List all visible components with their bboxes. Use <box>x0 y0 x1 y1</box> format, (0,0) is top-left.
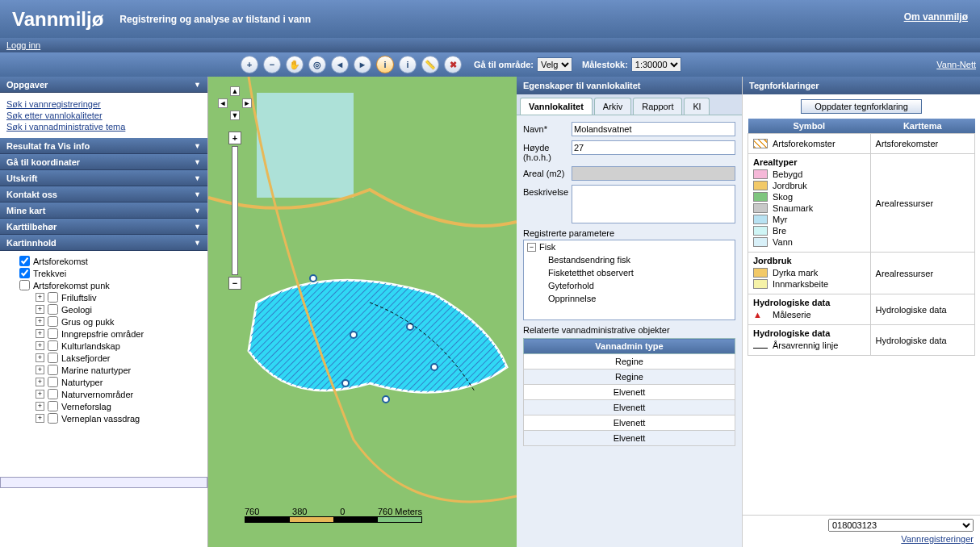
expand-icon[interactable]: + <box>36 378 44 386</box>
table-row[interactable]: Elvenett <box>524 431 735 446</box>
tab-kl[interactable]: Kl <box>684 98 710 115</box>
height-label: Høyde (h.o.h.) <box>523 140 572 162</box>
expand-icon[interactable]: + <box>36 305 44 314</box>
tree-item[interactable]: Artsforekomst punk <box>19 280 204 290</box>
identify-icon[interactable]: i <box>399 56 417 73</box>
expand-icon[interactable]: + <box>36 414 44 423</box>
expand-icon[interactable]: + <box>36 329 44 338</box>
pan-west-icon[interactable]: ◄ <box>218 98 228 108</box>
forward-icon[interactable]: ► <box>354 56 371 73</box>
table-row[interactable]: Elvenett <box>524 415 735 431</box>
panel-header[interactable]: Kontakt oss▼ <box>0 186 207 203</box>
code-select[interactable]: 018003123 <box>828 519 974 532</box>
tree-item[interactable]: +Inngrepsfrie områder <box>36 328 204 339</box>
svg-point-6 <box>431 364 438 370</box>
expand-icon[interactable]: + <box>36 293 44 302</box>
task-link[interactable]: Søk etter vannlokaliteter <box>6 111 201 120</box>
tree-item[interactable]: Artsforekomst <box>19 256 204 266</box>
vannregistreringer-link[interactable]: Vannregistreringer <box>749 534 974 544</box>
tree-item[interactable]: +Kulturlandskap <box>36 340 204 351</box>
map-canvas[interactable]: ▲ ▼ ◄ ► + − 760 380 0 760 Meters <box>208 77 517 547</box>
tab-arkiv[interactable]: Arkiv <box>594 98 631 115</box>
param-group[interactable]: −Fisk <box>524 240 735 253</box>
pan-icon[interactable]: ✋ <box>286 56 304 73</box>
expand-icon[interactable]: + <box>36 353 44 362</box>
zoom-in-icon[interactable]: + <box>241 56 258 73</box>
layer-tree[interactable]: Artsforekomst Trekkvei Artsforekomst pun… <box>0 251 207 477</box>
tree-item[interactable]: +Laksefjorder <box>36 353 204 363</box>
legend-item: Myr <box>753 215 865 224</box>
param-item[interactable]: Bestandsendring fisk <box>524 253 735 266</box>
table-row[interactable]: Elvenett <box>524 385 735 400</box>
scale-bar: 760 380 0 760 Meters <box>245 507 422 523</box>
tab-rapport[interactable]: Rapport <box>633 98 682 115</box>
zoom-extent-icon[interactable]: ◎ <box>308 56 326 73</box>
tree-item[interactable]: +Naturtyper <box>36 377 204 387</box>
tasks-header[interactable]: Oppgaver▼ <box>0 77 207 93</box>
tree-item[interactable]: Trekkvei <box>19 268 204 278</box>
params-box[interactable]: −Fisk Bestandsendring fisk Fisketetthet … <box>523 240 735 320</box>
nav-rose: ▲ ▼ ◄ ► <box>218 86 252 120</box>
panel-header[interactable]: Mine kart▼ <box>0 203 207 219</box>
svg-point-5 <box>310 275 316 282</box>
desc-input[interactable] <box>572 185 735 223</box>
zoom-track[interactable] <box>232 146 238 275</box>
info-icon[interactable]: i <box>376 56 394 73</box>
horizontal-scrollbar[interactable] <box>0 477 207 488</box>
vann-nett-link[interactable]: Vann-Nett <box>936 60 976 69</box>
tree-item[interactable]: +Verneplan vassdrag <box>36 413 204 424</box>
panel-header[interactable]: Utskrift▼ <box>0 170 207 186</box>
tree-item[interactable]: +Friluftsliv <box>36 292 204 303</box>
legend-item: Vann <box>753 237 865 247</box>
pan-north-icon[interactable]: ▲ <box>230 86 240 96</box>
back-icon[interactable]: ◄ <box>331 56 349 73</box>
zoom-out-button[interactable]: − <box>228 277 241 290</box>
param-item[interactable]: Gyteforhold <box>524 279 735 292</box>
expand-icon[interactable]: + <box>36 341 44 350</box>
table-row[interactable]: Regine <box>524 370 735 385</box>
table-row[interactable]: Regine <box>524 354 735 370</box>
left-panel: Oppgaver▼ Søk i vannregistreringer Søk e… <box>0 77 208 547</box>
legend-item: Innmarksbeite <box>753 279 865 289</box>
delete-icon[interactable]: ✖ <box>444 56 462 73</box>
tree-item[interactable]: +Naturvernområder <box>36 389 204 399</box>
properties-panel: Egenskaper til vannlokalitet Vannlokalit… <box>517 77 743 547</box>
height-input[interactable] <box>572 140 735 155</box>
zoom-out-icon[interactable]: − <box>263 56 281 73</box>
panel-header[interactable]: Kartinnhold▼ <box>0 235 207 251</box>
zoom-in-button[interactable]: + <box>228 132 241 144</box>
legend-header: Tegnforklaringer <box>743 77 980 94</box>
goto-select[interactable]: Velg <box>537 57 572 72</box>
about-link[interactable]: Om vannmiljø <box>904 11 968 23</box>
task-link[interactable]: Søk i vannregistreringer <box>6 99 201 109</box>
measure-icon[interactable]: 📏 <box>421 56 439 73</box>
update-legend-button[interactable]: Oppdater tegnforklaring <box>801 99 922 114</box>
svg-point-7 <box>342 380 349 386</box>
svg-point-8 <box>383 396 389 403</box>
expand-icon[interactable]: + <box>36 390 44 399</box>
expand-icon[interactable]: + <box>36 365 44 374</box>
task-link[interactable]: Søk i vannadministrative tema <box>6 122 201 132</box>
login-link[interactable]: Logg inn <box>6 40 40 50</box>
tree-item[interactable]: +Geologi <box>36 304 204 315</box>
tree-item[interactable]: +Grus og pukk <box>36 316 204 327</box>
panel-header[interactable]: Resultat fra Vis info▼ <box>0 138 207 154</box>
pan-east-icon[interactable]: ► <box>242 98 252 108</box>
legend-footer: 018003123 Vannregistreringer <box>743 515 980 547</box>
expand-icon[interactable]: + <box>36 317 44 326</box>
related-label: Relaterte vannadministrative objekter <box>523 325 735 335</box>
panel-header[interactable]: Karttilbehør▼ <box>0 219 207 235</box>
legend-item: ▲Måleserie <box>753 310 865 319</box>
expand-icon[interactable]: + <box>36 402 44 411</box>
param-item[interactable]: Fisketetthet observert <box>524 266 735 279</box>
scale-select[interactable]: 1:30000 <box>631 57 681 72</box>
pan-south-icon[interactable]: ▼ <box>230 111 240 120</box>
tree-item[interactable]: +Verneforslag <box>36 401 204 411</box>
name-input[interactable] <box>572 122 735 136</box>
tree-item[interactable]: +Marine naturtyper <box>36 365 204 375</box>
tab-vannlokalitet[interactable]: Vannlokalitet <box>520 98 593 115</box>
table-row[interactable]: Elvenett <box>524 400 735 415</box>
panel-header[interactable]: Gå til koordinater▼ <box>0 154 207 170</box>
param-item[interactable]: Opprinnelse <box>524 292 735 305</box>
area-label: Areal (m2) <box>523 166 572 178</box>
